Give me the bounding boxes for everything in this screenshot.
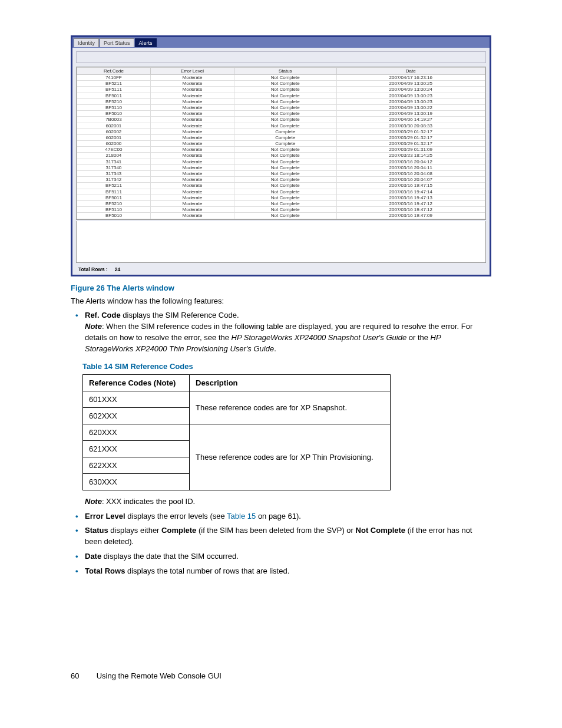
cell-level: Moderate — [150, 93, 234, 98]
cell-date: 2007/03/29 01:32:17 — [336, 141, 485, 147]
cell-code: BF5011 — [77, 93, 151, 98]
cell-code: 317343 — [77, 171, 151, 177]
cell-date: 2007/03/16 20:04:07 — [336, 177, 485, 183]
table-row[interactable]: BF5110ModerateNot Complete2007/04/09 13:… — [77, 104, 485, 110]
cell-level: Moderate — [150, 200, 234, 206]
cell-level: Moderate — [150, 81, 234, 87]
cell-code: 317342 — [77, 177, 151, 183]
intro-text: The Alerts window has the following feat… — [71, 296, 491, 307]
cell-level: Moderate — [150, 207, 234, 213]
cell-date: 2007/03/16 20:04:12 — [336, 159, 485, 164]
cell-date: 2007/04/09 13:00:25 — [336, 81, 485, 87]
cell-date: 2007/03/16 19:47:12 — [336, 200, 485, 206]
cell-status: Not Complete — [234, 159, 336, 164]
cell-date: 2007/03/29 01:31:09 — [336, 147, 485, 153]
table-row[interactable]: 7B0003ModerateNot Complete2007/04/06 14:… — [77, 117, 485, 123]
cell-date: 2007/03/16 20:04:08 — [336, 171, 485, 177]
table-row[interactable]: BF5210ModerateNot Complete2007/03/16 19:… — [77, 200, 485, 206]
cell-code: 47EC00 — [77, 147, 151, 153]
cell-level: Moderate — [150, 147, 234, 153]
table-row[interactable]: 317343ModerateNot Complete2007/03/16 20:… — [77, 171, 485, 177]
table-row[interactable]: BF5111ModerateNot Complete2007/03/16 19:… — [77, 189, 485, 195]
col-status[interactable]: Status — [234, 68, 336, 75]
cell-date: 2007/03/16 19:47:13 — [336, 195, 485, 200]
table-row[interactable]: 602000ModerateComplete2007/03/29 01:32:1… — [77, 141, 485, 147]
description-header: Description — [190, 374, 391, 391]
sim-reference-codes-table: Reference Codes (Note) Description 601XX… — [82, 374, 391, 490]
refcodes-header: Reference Codes (Note) — [83, 374, 190, 391]
total-rows-value: 24 — [115, 266, 120, 272]
table-row[interactable]: 218004ModerateNot Complete2007/03/23 18:… — [77, 153, 485, 159]
table-row[interactable]: 7410FFModerateNot Complete2007/04/17 16:… — [77, 75, 485, 81]
cell-code: 7B0003 — [77, 117, 151, 123]
desc-thinprov: These reference codes are for XP Thin Pr… — [190, 424, 391, 490]
cell-status: Not Complete — [234, 98, 336, 104]
cell-level: Moderate — [150, 123, 234, 129]
cell-level: Moderate — [150, 195, 234, 200]
bullet-totalrows: Total Rows displays the total number of … — [71, 566, 491, 577]
cell-status: Not Complete — [234, 171, 336, 177]
tabs-row: Identity Port Status Alerts — [72, 37, 490, 48]
cell-code: BF5211 — [77, 81, 151, 87]
cell-status: Complete — [234, 129, 336, 134]
table-row[interactable]: 317340ModerateNot Complete2007/03/16 20:… — [77, 164, 485, 170]
cell-date: 2007/03/29 01:32:17 — [336, 129, 485, 134]
table-row[interactable]: 602001ModerateNot Complete2007/03/30 20:… — [77, 123, 485, 129]
table-row[interactable]: BF5211ModerateNot Complete2007/04/09 13:… — [77, 81, 485, 87]
cell-date: 2007/03/30 20:08:33 — [336, 123, 485, 129]
cell-code: 317340 — [77, 164, 151, 170]
cell-status: Not Complete — [234, 87, 336, 93]
table-row[interactable]: 317342ModerateNot Complete2007/03/16 20:… — [77, 177, 485, 183]
cell-status: Not Complete — [234, 195, 336, 200]
cell-status: Not Complete — [234, 81, 336, 87]
tab-identity[interactable]: Identity — [74, 38, 99, 47]
cell-status: Complete — [234, 141, 336, 147]
cell-level: Moderate — [150, 111, 234, 117]
bullet-status: Status displays either Complete (if the … — [71, 525, 491, 548]
tab-alerts[interactable]: Alerts — [135, 38, 157, 47]
bullet-date: Date displays the date that the SIM occu… — [71, 551, 491, 562]
footer-title: Using the Remote Web Console GUI — [97, 671, 222, 680]
cell-level: Moderate — [150, 183, 234, 189]
cell-code: 7410FF — [77, 75, 151, 81]
table-row[interactable]: BF5010ModerateNot Complete2007/03/16 19:… — [77, 213, 485, 219]
cell-code: 602001 — [77, 123, 151, 129]
cell-level: Moderate — [150, 213, 234, 219]
table-row[interactable]: BF5211ModerateNot Complete2007/03/16 19:… — [77, 183, 485, 189]
table-row[interactable]: BF5110ModerateNot Complete2007/03/16 19:… — [77, 207, 485, 213]
desc-snapshot: These reference codes are for XP Snapsho… — [190, 391, 391, 424]
col-errorlevel[interactable]: Error Level — [150, 68, 234, 75]
cell-level: Moderate — [150, 164, 234, 170]
cell-date: 2007/04/09 13:00:23 — [336, 98, 485, 104]
code-cell: 620XXX — [83, 424, 190, 440]
table-row[interactable]: BF5210ModerateNot Complete2007/04/09 13:… — [77, 98, 485, 104]
cell-status: Not Complete — [234, 104, 336, 110]
table-row[interactable]: BF5111ModerateNot Complete2007/04/09 13:… — [77, 87, 485, 93]
cell-status: Not Complete — [234, 189, 336, 195]
cell-status: Not Complete — [234, 200, 336, 206]
cell-level: Moderate — [150, 117, 234, 123]
table-row[interactable]: 47EC00ModerateNot Complete2007/03/29 01:… — [77, 147, 485, 153]
cell-level: Moderate — [150, 104, 234, 110]
cell-code: BF5111 — [77, 189, 151, 195]
cell-code: BF5210 — [77, 98, 151, 104]
col-date[interactable]: Date — [336, 68, 485, 75]
link-table15[interactable]: Table 15 — [227, 512, 256, 521]
table-caption: Table 14 SIM Reference Codes — [82, 362, 491, 371]
tab-port-status[interactable]: Port Status — [100, 38, 134, 47]
table-row[interactable]: BF5011ModerateNot Complete2007/04/09 13:… — [77, 93, 485, 98]
cell-code: BF5110 — [77, 104, 151, 110]
cell-status: Not Complete — [234, 153, 336, 159]
col-refcode[interactable]: Ref.Code — [77, 68, 151, 75]
cell-date: 2007/04/09 13:00:23 — [336, 93, 485, 98]
table-row[interactable]: 602002ModerateComplete2007/03/29 01:32:1… — [77, 129, 485, 134]
cell-level: Moderate — [150, 189, 234, 195]
table-row[interactable]: BF5011ModerateNot Complete2007/03/16 19:… — [77, 195, 485, 200]
table-row[interactable]: 602001ModerateComplete2007/03/29 01:32:1… — [77, 134, 485, 140]
cell-date: 2007/03/16 20:04:11 — [336, 164, 485, 170]
cell-date: 2007/04/06 14:19:27 — [336, 117, 485, 123]
table-row[interactable]: 317341ModerateNot Complete2007/03/16 20:… — [77, 159, 485, 164]
table-row[interactable]: BF5010ModerateNot Complete2007/04/09 13:… — [77, 111, 485, 117]
bullet-errorlevel: Error Level displays the error levels (s… — [71, 511, 491, 522]
cell-status: Not Complete — [234, 147, 336, 153]
